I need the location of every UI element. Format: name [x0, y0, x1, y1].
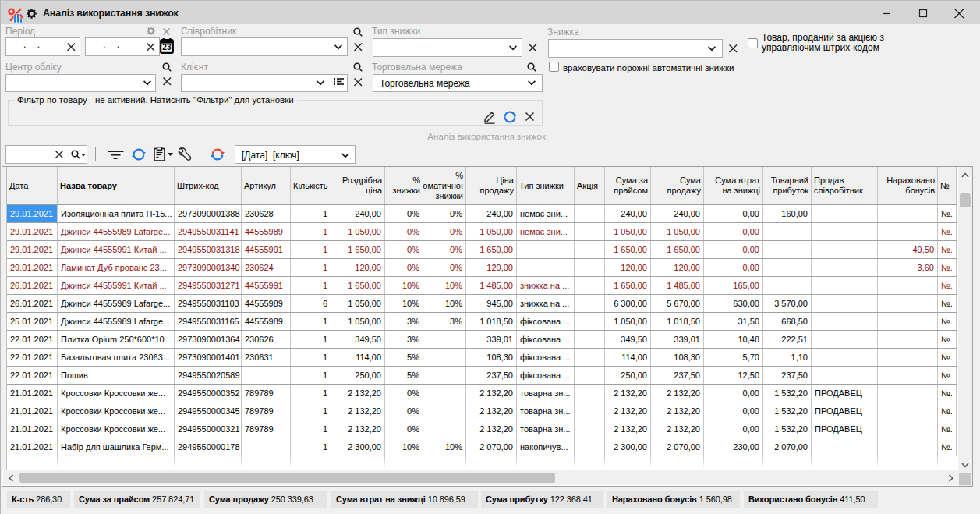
svg-text:23: 23: [162, 43, 172, 51]
